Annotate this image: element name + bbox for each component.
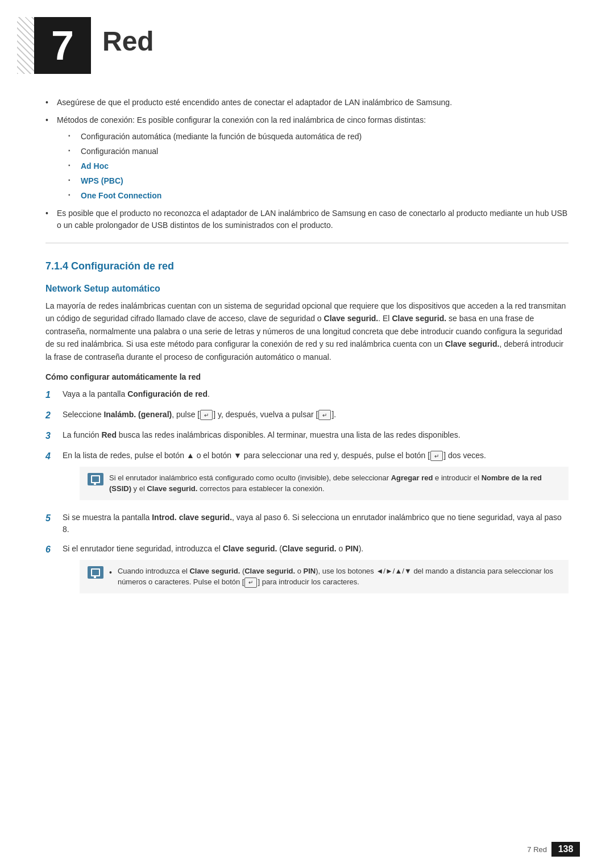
- sub-item-text: Configuración automática (mediante la fu…: [81, 132, 362, 141]
- chapter-header: 7 Red: [0, 0, 614, 85]
- note-before: Si el enrutador inalámbrico está configu…: [109, 474, 391, 482]
- note-content: • Cuando introduzca el Clave segurid. (C…: [109, 566, 561, 588]
- note-mid: e introducir el: [433, 474, 481, 482]
- step5-before: Si se muestra la pantalla: [63, 513, 152, 522]
- kbd-enter-1: ↵: [200, 410, 213, 420]
- step6-note: • Cuando introduzca el Clave segurid. (C…: [80, 560, 569, 593]
- step4-after: ] dos veces.: [443, 451, 486, 460]
- step6-mid2: o: [337, 544, 346, 553]
- footer-chapter-text: 7 Red: [527, 845, 547, 854]
- sub-list-item: WPS (PBC): [68, 175, 569, 187]
- step4-note: Si el enrutador inalámbrico está configu…: [80, 467, 569, 500]
- step1-text-before: Vaya a la pantalla: [63, 389, 127, 398]
- step6-bold3: PIN: [345, 544, 358, 553]
- step-number-1: 1: [45, 388, 63, 402]
- clave-segurid-3: Clave segurid.: [445, 339, 500, 348]
- step6-bold2: Clave segurid.: [282, 544, 337, 553]
- note6-after: ] para introducir los caracteres.: [258, 578, 359, 586]
- steps-list: 1 Vaya a la pantalla Configuración de re…: [45, 388, 569, 598]
- step2-bold1: Inalámb. (general): [103, 410, 172, 419]
- step6-before: Si el enrutador tiene seguridad, introdu…: [63, 544, 223, 553]
- list-item: Asegúrese de que el producto esté encend…: [45, 97, 569, 109]
- list-item: Métodos de conexión: Es posible configur…: [45, 114, 569, 202]
- step-6: 6 Si el enrutador tiene seguridad, intro…: [45, 543, 569, 598]
- sub-list-item: Configuración automática (mediante la fu…: [68, 131, 569, 143]
- step6-after: ).: [359, 544, 364, 553]
- bullet-text: Métodos de conexión: Es posible configur…: [57, 115, 426, 124]
- sub-item-onefootconn: One Foot Connection: [81, 191, 161, 200]
- step-content-6: Si el enrutador tiene seguridad, introdu…: [63, 543, 569, 598]
- step-3: 3 La función Red busca las redes inalámb…: [45, 429, 569, 443]
- note-icon: [88, 473, 103, 485]
- body-paragraph-1: La mayoría de redes inalámbricas cuentan…: [45, 300, 569, 363]
- step-content-1: Vaya a la pantalla Configuración de red.: [63, 388, 569, 401]
- kbd-enter-2: ↵: [318, 410, 331, 420]
- step-5: 5 Si se muestra la pantalla Introd. clav…: [45, 512, 569, 536]
- how-to-heading: Cómo configurar automáticamente la red: [45, 372, 569, 381]
- subsection-heading: Network Setup automático: [45, 284, 569, 294]
- step-4: 4 En la lista de redes, pulse el botón ▲…: [45, 450, 569, 505]
- step-1: 1 Vaya a la pantalla Configuración de re…: [45, 388, 569, 402]
- chapter-number-text: 7: [51, 22, 74, 69]
- content-area: Asegúrese de que el producto esté encend…: [0, 91, 614, 628]
- note-icon-2: [88, 566, 103, 579]
- sub-item-adhoc: Ad Hoc: [81, 161, 109, 171]
- note-after: correctos para establecer la conexión.: [197, 484, 324, 493]
- step-content-3: La función Red busca las redes inalámbri…: [63, 429, 569, 442]
- step3-before: La función: [63, 430, 102, 439]
- step6-bold1: Clave segurid.: [223, 544, 277, 553]
- section-heading: 7.1.4 Configuración de red: [45, 260, 569, 272]
- step-number-2: 2: [45, 409, 63, 422]
- step-number-5: 5: [45, 512, 63, 525]
- kbd-enter-3: ↵: [430, 451, 443, 461]
- step1-bold: Configuración de red: [127, 389, 208, 398]
- sub-bullet-list: Configuración automática (mediante la fu…: [68, 131, 569, 202]
- step1-text-after: .: [208, 389, 210, 398]
- clave-segurid-2: Clave segurid.: [392, 314, 446, 323]
- note6-mid2: o: [295, 567, 303, 575]
- page-container: 7 Red Asegúrese de que el producto esté …: [0, 0, 614, 868]
- step4-text: En la lista de redes, pulse el botón ▲ o…: [63, 451, 430, 460]
- chapter-title: Red: [91, 17, 154, 57]
- note6-bold3: PIN: [304, 567, 316, 575]
- note-icon-inner-2: [91, 568, 100, 576]
- bullet-dot: •: [109, 567, 112, 579]
- note-mid2: y el: [131, 484, 147, 493]
- note-bold1: Agregar red: [391, 474, 433, 482]
- bullet-text: Asegúrese de que el producto esté encend…: [57, 98, 452, 107]
- step-number-4: 4: [45, 450, 63, 463]
- note6-before: Cuando introduzca el: [118, 567, 189, 575]
- step-number-3: 3: [45, 429, 63, 443]
- step3-after: busca las redes inalámbricas disponibles…: [117, 430, 460, 439]
- sub-list-item: Configuración manual: [68, 146, 569, 157]
- list-item: Es posible que el producto no reconozca …: [45, 207, 569, 231]
- divider: [45, 243, 569, 243]
- step-2: 2 Seleccione Inalámb. (general), pulse […: [45, 409, 569, 422]
- step-content-2: Seleccione Inalámb. (general), pulse [↵]…: [63, 409, 569, 421]
- note6-bold1: Clave segurid.: [189, 567, 240, 575]
- bullet-text: Es posible que el producto no reconozca …: [57, 209, 567, 230]
- note6-bold2: Clave segurid.: [244, 567, 295, 575]
- body-text-mid: . El: [378, 314, 392, 323]
- sub-list-item: One Foot Connection: [68, 190, 569, 202]
- note-bold3: Clave segurid.: [147, 484, 197, 493]
- note-bullet-text: Cuando introduzca el Clave segurid. (Cla…: [118, 566, 561, 588]
- step-content-4: En la lista de redes, pulse el botón ▲ o…: [63, 450, 569, 505]
- step5-bold: Introd. clave segurid.: [152, 513, 232, 522]
- intro-bullet-list: Asegúrese de que el producto esté encend…: [45, 97, 569, 231]
- page-footer: 7 Red 138: [527, 842, 580, 857]
- sub-list-item: Ad Hoc: [68, 160, 569, 172]
- note-icon-inner: [91, 475, 100, 483]
- kbd-enter-4: ↵: [244, 578, 257, 588]
- step2-mid: , pulse [: [172, 410, 200, 419]
- note-bullet-item: • Cuando introduzca el Clave segurid. (C…: [109, 566, 561, 588]
- step2-mid2: ] y, después, vuelva a pulsar [: [213, 410, 318, 419]
- sub-item-wps: WPS (PBC): [81, 176, 123, 185]
- step2-before: Seleccione: [63, 410, 103, 419]
- footer-page-number: 138: [551, 842, 580, 857]
- clave-segurid-1: Clave segurid.: [324, 314, 379, 323]
- note-text: Si el enrutador inalámbrico está configu…: [109, 472, 561, 495]
- chapter-number: 7: [34, 17, 91, 74]
- step-content-5: Si se muestra la pantalla Introd. clave …: [63, 512, 569, 536]
- sub-item-text: Configuración manual: [81, 147, 158, 156]
